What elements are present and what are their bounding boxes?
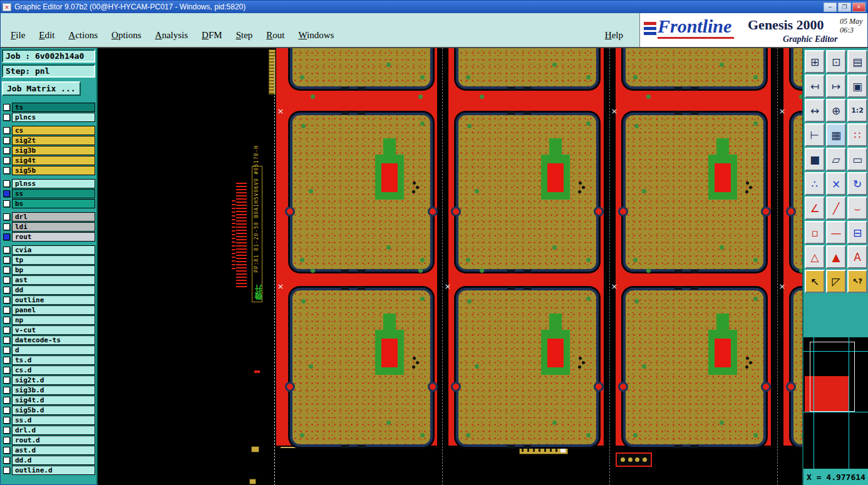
layer-checkbox[interactable] <box>3 167 10 174</box>
layer-label[interactable]: outline <box>12 295 95 305</box>
main-canvas[interactable]: PP:81 81-20-50 B0A1H5V06V9 #051?8-H 微升 ×… <box>98 48 802 485</box>
triangle-filled-icon[interactable]: ▲ <box>826 245 846 268</box>
layer-checkbox[interactable] <box>3 347 10 354</box>
layer-label[interactable]: ldi <box>12 222 95 232</box>
layer-label[interactable]: ast.d <box>12 446 95 455</box>
cursor-select-icon[interactable]: ◸ <box>826 270 846 293</box>
pad-icon[interactable]: ▫ <box>805 221 825 244</box>
layer-checkbox[interactable] <box>3 407 10 414</box>
layer-checkbox[interactable] <box>3 277 10 283</box>
layer-label[interactable]: ss.d <box>12 416 95 425</box>
menu-windows[interactable]: Windows <box>298 30 334 41</box>
layer-checkbox[interactable] <box>3 387 10 394</box>
monitor-icon[interactable]: ⊡ <box>826 50 846 73</box>
cursor-icon[interactable]: ↖ <box>805 270 825 293</box>
maximize-button[interactable]: ❐ <box>838 3 851 12</box>
layer-label[interactable]: plncs <box>12 113 95 122</box>
layer-checkbox[interactable] <box>3 437 10 444</box>
drawer-icon[interactable]: ▤ <box>847 50 867 73</box>
text-icon[interactable]: A <box>847 245 867 268</box>
layer-label[interactable]: cvia <box>12 245 95 255</box>
layer-checkbox[interactable] <box>3 427 10 434</box>
layer-checkbox[interactable] <box>3 337 10 344</box>
layer-label[interactable]: rout.d <box>12 436 95 445</box>
layer-label[interactable]: sig3b <box>12 146 95 155</box>
import-view-icon[interactable]: ↤ <box>805 74 825 98</box>
polygon-edit-icon[interactable]: ▱ <box>826 148 846 171</box>
overview-panel[interactable] <box>802 337 868 469</box>
layer-label[interactable]: cs <box>12 126 95 135</box>
layer-checkbox[interactable] <box>3 297 10 304</box>
layer-label[interactable]: dd.d <box>12 456 95 465</box>
pan-icon[interactable]: ⊕ <box>826 99 846 122</box>
layer-label[interactable]: v-cut <box>12 325 95 335</box>
export-view-icon[interactable]: ↦ <box>826 74 846 98</box>
menu-actions[interactable]: Actions <box>68 30 98 41</box>
angle-icon[interactable]: ∠ <box>805 197 825 220</box>
job-matrix-button[interactable]: Job Matrix ... <box>2 81 81 96</box>
layer-label[interactable]: np <box>12 315 95 325</box>
layer-label[interactable]: sig2t <box>12 136 95 145</box>
layer-checkbox[interactable] <box>3 317 10 324</box>
layer-label[interactable]: bs <box>12 199 95 208</box>
layer-label[interactable]: d <box>12 345 95 355</box>
layer-checkbox[interactable] <box>3 267 10 273</box>
layer-checkbox[interactable] <box>3 104 10 111</box>
rotate-icon[interactable]: ↻ <box>847 172 867 195</box>
layer-label[interactable]: sig5b.d <box>12 406 95 415</box>
layer-checkbox[interactable] <box>3 127 10 134</box>
layer-checkbox[interactable] <box>3 247 10 253</box>
layer-label[interactable]: ss <box>12 189 95 198</box>
layer-checkbox[interactable] <box>3 233 10 240</box>
layer-checkbox[interactable] <box>3 157 10 164</box>
select-points-icon[interactable]: ∴ <box>805 172 825 195</box>
layer-checkbox[interactable] <box>3 377 10 384</box>
layer-checkbox[interactable] <box>3 457 10 464</box>
layer-label[interactable]: tp <box>12 255 95 265</box>
line-icon[interactable]: ╱ <box>826 197 846 220</box>
layer-label[interactable]: drl.d <box>12 426 95 435</box>
layer-label[interactable]: sig5b <box>12 166 95 175</box>
layer-checkbox[interactable] <box>3 147 10 154</box>
layer-checkbox[interactable] <box>3 287 10 294</box>
clip-area-icon[interactable]: ⊟ <box>847 221 867 244</box>
layer-checkbox[interactable] <box>3 200 10 207</box>
layer-label[interactable]: datecode-ts <box>12 335 95 345</box>
layer-checkbox[interactable] <box>3 257 10 263</box>
trace-icon[interactable]: — <box>826 221 846 244</box>
menu-file[interactable]: File <box>11 30 25 41</box>
layer-checkbox[interactable] <box>3 307 10 314</box>
measure-icon[interactable]: ⊢ <box>805 123 825 146</box>
delete-icon[interactable]: × <box>826 172 846 195</box>
layer-label[interactable]: ts.d <box>12 355 95 365</box>
layer-checkbox[interactable] <box>3 137 10 144</box>
filled-square-icon[interactable]: ■ <box>805 148 825 171</box>
layer-label[interactable]: rout <box>12 232 95 242</box>
arc-icon[interactable]: ⌣ <box>847 197 867 220</box>
cursor-query-icon[interactable]: ↖? <box>847 270 867 293</box>
layer-label[interactable]: sig4t.d <box>12 396 95 405</box>
layer-checkbox[interactable] <box>3 417 10 424</box>
zoom-ratio-button[interactable]: 1:2 <box>847 99 867 122</box>
layer-label[interactable]: panel <box>12 305 95 315</box>
layer-checkbox[interactable] <box>3 327 10 334</box>
layer-checkbox[interactable] <box>3 213 10 220</box>
menu-analysis[interactable]: Analysis <box>155 30 189 41</box>
layer-checkbox[interactable] <box>3 367 10 374</box>
layer-checkbox[interactable] <box>3 223 10 230</box>
layer-label[interactable]: sig4t <box>12 156 95 165</box>
layer-checkbox[interactable] <box>3 357 10 364</box>
layer-label[interactable]: plnss <box>12 179 95 188</box>
triangle-outline-icon[interactable]: △ <box>805 245 825 268</box>
fit-view-icon[interactable]: ↔ <box>805 99 825 122</box>
layer-checkbox[interactable] <box>3 114 10 121</box>
tile-windows-icon[interactable]: ▣ <box>847 74 867 98</box>
close-button[interactable]: × <box>852 3 865 12</box>
ruler-icon[interactable]: ▭ <box>847 148 867 171</box>
layer-checkbox[interactable] <box>3 397 10 404</box>
title-bar[interactable]: ✕ Graphic Editor 9.07b2 (00@HY-HYCAM-PC0… <box>1 1 867 13</box>
layer-label[interactable]: sig2t.d <box>12 375 95 385</box>
page-icon[interactable]: ⊞ <box>805 50 825 73</box>
menu-edit[interactable]: Edit <box>39 30 54 41</box>
snap-points-icon[interactable]: ∷ <box>847 123 867 146</box>
